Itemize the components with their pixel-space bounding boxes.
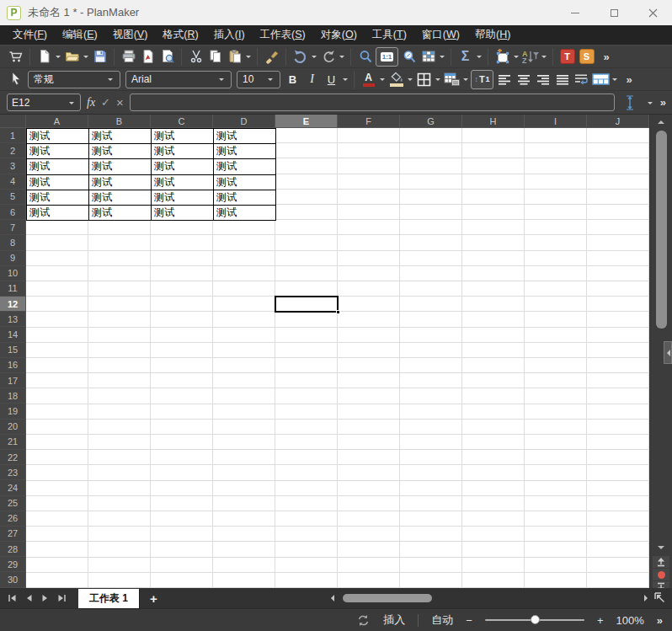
first-sheet-button[interactable] — [3, 590, 20, 607]
format-painter-button[interactable] — [263, 46, 280, 67]
go-to-anchor-button[interactable] — [652, 591, 669, 606]
row-header-11[interactable]: 11 — [0, 281, 26, 297]
align-justify-button[interactable] — [553, 69, 571, 89]
cell-format-dropdown[interactable] — [463, 78, 468, 83]
bold-button[interactable]: B — [284, 69, 301, 89]
save-button[interactable] — [91, 46, 109, 67]
row-header-6[interactable]: 6 — [0, 205, 26, 220]
merge-cells-button[interactable] — [592, 69, 610, 89]
row-header-2[interactable]: 2 — [0, 143, 26, 158]
menu-item-7[interactable]: 对象(O) — [313, 26, 365, 44]
zoom-in-button[interactable]: + — [597, 614, 604, 627]
scroll-down-button[interactable] — [650, 542, 672, 554]
print-preview-button[interactable] — [158, 46, 176, 67]
fill-color-dropdown[interactable] — [408, 78, 413, 83]
cell-D6[interactable]: 测试 — [214, 206, 276, 221]
function-fx-icon[interactable]: fx — [87, 96, 95, 110]
align-center-button[interactable] — [515, 69, 532, 89]
zoom-level[interactable]: 100% — [616, 614, 644, 627]
next-sheet-button[interactable] — [37, 590, 54, 607]
column-header-F[interactable]: F — [338, 115, 400, 128]
cell-B4[interactable]: 测试 — [89, 175, 152, 190]
menu-item-4[interactable]: 格式(R) — [155, 26, 205, 44]
status-bar-overflow-button[interactable]: » — [657, 614, 662, 627]
row-header-4[interactable]: 4 — [0, 174, 26, 190]
row-header-27[interactable]: 27 — [0, 527, 26, 542]
horizontal-scrollbar-track[interactable] — [336, 591, 643, 605]
sync-button[interactable] — [356, 614, 371, 627]
menu-item-10[interactable]: 帮助(H) — [467, 26, 518, 44]
cell-A6[interactable]: 测试 — [27, 206, 89, 221]
cell-C5[interactable]: 测试 — [152, 190, 214, 206]
maximize-button[interactable] — [595, 0, 633, 25]
font-color-button[interactable]: A — [360, 69, 377, 89]
column-header-H[interactable]: H — [462, 115, 525, 128]
row-header-23[interactable]: 23 — [0, 465, 26, 480]
open-file-dropdown[interactable] — [83, 56, 88, 61]
print-button[interactable] — [120, 46, 137, 67]
copy-button[interactable] — [206, 46, 224, 67]
row-header-18[interactable]: 18 — [0, 388, 26, 404]
select-all-corner[interactable] — [0, 115, 26, 128]
row-header-14[interactable]: 14 — [0, 327, 26, 342]
sort-filter-dropdown[interactable] — [541, 56, 547, 61]
menu-item-2[interactable]: 编辑(E) — [55, 26, 105, 44]
zoom-actual-size-button[interactable]: 1:1 — [376, 46, 398, 67]
calc-mode-indicator[interactable]: 自动 — [431, 612, 453, 628]
minimize-button[interactable] — [556, 0, 595, 25]
toolbar-overflow-button[interactable]: » — [597, 46, 615, 67]
cell-B2[interactable]: 测试 — [89, 144, 152, 159]
insert-mode-indicator[interactable]: 插入 — [383, 612, 405, 628]
record-position-button[interactable] — [653, 569, 669, 580]
add-sheet-button[interactable]: + — [150, 591, 157, 606]
borders-button[interactable] — [415, 69, 433, 89]
zoom-slider[interactable] — [485, 615, 584, 625]
row-header-21[interactable]: 21 — [0, 435, 26, 450]
row-header-28[interactable]: 28 — [0, 542, 26, 557]
cell-C4[interactable]: 测试 — [152, 175, 214, 190]
selected-cell[interactable] — [275, 296, 339, 313]
new-document-dropdown[interactable] — [56, 56, 61, 61]
formula-input[interactable] — [130, 94, 615, 111]
cell-grid[interactable]: 测试测试测试测试测试测试测试测试测试测试测试测试测试测试测试测试测试测试测试测试… — [26, 128, 649, 588]
cell-A3[interactable]: 测试 — [27, 159, 89, 174]
row-header-30[interactable]: 30 — [0, 572, 26, 587]
font-size-select[interactable]: 10 — [237, 71, 280, 88]
insert-object-button[interactable] — [493, 46, 511, 67]
textmaker-button[interactable]: T — [558, 46, 576, 67]
horizontal-scrollbar-thumb[interactable] — [343, 594, 432, 602]
underline-dropdown[interactable] — [343, 78, 348, 83]
cell-C6[interactable]: 测试 — [152, 206, 214, 221]
menu-item-8[interactable]: 工具(T) — [365, 26, 414, 44]
insert-table-button[interactable] — [419, 46, 437, 67]
text-orientation-button[interactable]: ↕T1 — [471, 69, 493, 89]
row-header-8[interactable]: 8 — [0, 235, 26, 250]
merge-cells-dropdown[interactable] — [612, 78, 617, 83]
cell-D4[interactable]: 测试 — [214, 175, 276, 190]
cell-C2[interactable]: 测试 — [152, 144, 214, 159]
row-header-17[interactable]: 17 — [0, 373, 26, 388]
cell-style-select[interactable]: 常规 — [28, 71, 120, 88]
column-header-D[interactable]: D — [213, 115, 275, 128]
row-header-15[interactable]: 15 — [0, 343, 26, 358]
paste-button[interactable] — [226, 46, 243, 67]
insert-object-dropdown[interactable] — [514, 56, 519, 61]
cell-C3[interactable]: 测试 — [152, 159, 214, 174]
jump-up-button[interactable] — [653, 556, 669, 568]
horizontal-scrollbar[interactable] — [330, 591, 648, 605]
split-pane-handle[interactable] — [664, 341, 672, 364]
row-header-1[interactable]: 1 — [0, 128, 26, 143]
column-header-A[interactable]: A — [26, 115, 88, 128]
presentations-button[interactable]: S — [578, 46, 595, 67]
row-header-20[interactable]: 20 — [0, 420, 26, 435]
borders-dropdown[interactable] — [435, 78, 440, 83]
zoom-slider-knob[interactable] — [531, 615, 540, 624]
undo-dropdown[interactable] — [312, 56, 317, 61]
cell-A4[interactable]: 测试 — [27, 175, 89, 190]
export-pdf-button[interactable] — [139, 46, 157, 67]
zoom-button[interactable] — [400, 46, 418, 67]
column-header-C[interactable]: C — [151, 115, 213, 128]
cell-C1[interactable]: 测试 — [152, 129, 214, 144]
row-header-19[interactable]: 19 — [0, 404, 26, 419]
close-button[interactable] — [633, 0, 672, 25]
